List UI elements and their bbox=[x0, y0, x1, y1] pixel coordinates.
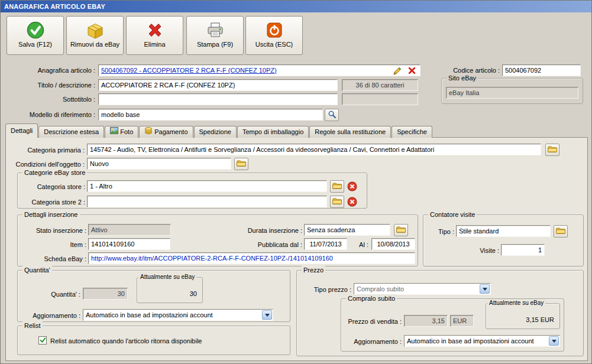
scheda-ebay-link[interactable]: http://www.ebay.it/itm/ACCOPPIATORE-2-RC… bbox=[91, 255, 333, 262]
chevron-down-icon[interactable] bbox=[549, 336, 559, 346]
delete-button-label: Elimina bbox=[127, 41, 183, 48]
folder-icon bbox=[548, 145, 557, 154]
tipo-prezzo-select[interactable]: Compralo subito bbox=[354, 283, 491, 295]
sottotitolo-field[interactable] bbox=[98, 93, 338, 105]
categoria-store-browse-button[interactable] bbox=[330, 180, 344, 193]
categoria-store-delete-icon[interactable] bbox=[347, 181, 357, 191]
modello-field[interactable]: modello base bbox=[98, 109, 323, 121]
folder-icon bbox=[332, 197, 342, 206]
tab-pagamento[interactable]: Pagamento bbox=[139, 126, 193, 138]
item-field[interactable]: 141014109160 bbox=[88, 238, 170, 250]
remove-from-ebay-button-label: Rimuovi da eBay bbox=[67, 41, 123, 48]
durata-inserzione-label: Durata inserzione : bbox=[237, 225, 302, 236]
categoria-store2-field[interactable] bbox=[87, 196, 327, 207]
app-window: ANAGRAFICA ARTICOLO EBAY Salva (F12) Rim… bbox=[0, 0, 592, 364]
attualmente-ebay-value: 30 bbox=[145, 289, 197, 298]
tipo-contatore-label: Tipo : bbox=[428, 226, 454, 237]
aggiornamento-select[interactable]: Automatico in base ad impostazioni accou… bbox=[83, 309, 273, 321]
exit-button-label: Uscita (ESC) bbox=[246, 41, 302, 48]
dettagli-inserzione-group-title: Dettagli inserzione bbox=[22, 210, 80, 219]
print-button-label: Stampa (F9) bbox=[187, 41, 243, 48]
tab-specifiche[interactable]: Specifiche bbox=[392, 126, 432, 138]
folder-icon bbox=[237, 160, 246, 168]
prezzo-attuale-value: 3,15 EUR bbox=[491, 315, 554, 324]
tab-foto[interactable]: Foto bbox=[105, 126, 138, 138]
title-bar[interactable]: ANAGRAFICA ARTICOLO EBAY bbox=[1, 1, 591, 12]
remove-from-ebay-button[interactable]: Rimuovi da eBay bbox=[66, 16, 124, 55]
tab-specifiche-label: Specifiche bbox=[397, 126, 427, 138]
al-field[interactable]: 10/08/2013 bbox=[371, 238, 415, 250]
pubblicata-dal-field[interactable]: 11/07/2013 bbox=[304, 238, 347, 250]
al-label: Al : bbox=[351, 239, 368, 250]
tab-imballaggio-label: Tempo di imballaggio bbox=[242, 126, 303, 138]
tab-descrizione-estesa[interactable]: Descrizione estesa bbox=[38, 126, 104, 138]
delete-button[interactable]: Elimina bbox=[126, 16, 183, 55]
tab-restituzione-label: Regole sulla restituzione bbox=[315, 126, 386, 138]
exit-button[interactable]: Uscita (ESC) bbox=[245, 16, 303, 55]
green-check-icon bbox=[40, 337, 46, 344]
categoria-primaria-field[interactable]: 145742 - Audio, TV, Elettronica / Antifu… bbox=[87, 144, 541, 155]
scheda-ebay-label: Scheda eBay : bbox=[24, 254, 86, 264]
item-label: Item : bbox=[24, 239, 86, 250]
relist-checkbox[interactable] bbox=[38, 336, 47, 344]
aggiornamento-prezzo-selected-value: Automatico in base ad impostazioni accou… bbox=[407, 337, 534, 344]
tipo-prezzo-selected-value: Compralo subito bbox=[357, 285, 404, 292]
modello-label: Modello di riferimento : bbox=[12, 109, 95, 120]
package-icon bbox=[86, 21, 105, 40]
stato-inserzione-field: Attivo bbox=[88, 224, 171, 236]
durata-browse-button[interactable] bbox=[394, 224, 408, 236]
red-x-icon bbox=[145, 21, 164, 40]
sottotitolo-label: Sottotitolo : bbox=[12, 94, 95, 105]
tipo-contatore-browse-button[interactable] bbox=[554, 225, 568, 238]
codice-articolo-field[interactable]: 5004067092 bbox=[502, 64, 581, 76]
categoria-store2-delete-icon[interactable] bbox=[347, 196, 357, 207]
chevron-down-icon[interactable] bbox=[480, 284, 490, 294]
sito-ebay-field: eBay Italia bbox=[446, 87, 578, 99]
tab-tempo-imballaggio[interactable]: Tempo di imballaggio bbox=[237, 126, 309, 138]
prezzo-vendita-field: 3,15 bbox=[404, 315, 448, 327]
save-button[interactable]: Salva (F12) bbox=[7, 16, 64, 55]
aggiornamento-prezzo-select[interactable]: Automatico in base ad impostazioni accou… bbox=[404, 335, 560, 347]
save-check-icon bbox=[26, 21, 45, 40]
categoria-store-field[interactable]: 1 - Altro bbox=[87, 180, 327, 192]
attualmente-ebay-group-title: Attualmente su eBay bbox=[138, 273, 196, 281]
folder-icon bbox=[332, 182, 342, 191]
titolo-label: Titolo / descrizione : bbox=[12, 80, 95, 90]
sottotitolo-counter bbox=[342, 93, 418, 105]
chevron-down-icon[interactable] bbox=[262, 310, 272, 320]
print-button[interactable]: Stampa (F9) bbox=[186, 16, 244, 55]
durata-inserzione-field[interactable]: Senza scadenza bbox=[304, 224, 390, 236]
categoria-store2-browse-button[interactable] bbox=[330, 196, 344, 208]
pubblicata-dal-label: Pubblicata dal : bbox=[237, 239, 302, 250]
tab-dettagli[interactable]: Dettagli bbox=[5, 124, 38, 138]
compralo-subito-group-title: Compralo subito bbox=[346, 294, 397, 303]
condizioni-browse-button[interactable] bbox=[234, 158, 248, 170]
tab-pagamento-label: Pagamento bbox=[154, 126, 187, 138]
magnifier-icon bbox=[328, 110, 337, 120]
anagrafica-link[interactable]: 5004067092 - ACCOPPIATORE 2 RCA F-F (CON… bbox=[101, 67, 277, 74]
tab-dettagli-label: Dettagli bbox=[11, 125, 33, 136]
tipo-contatore-field[interactable]: Stile standard bbox=[456, 225, 551, 237]
edit-pencil-icon[interactable] bbox=[392, 66, 403, 76]
printer-icon bbox=[206, 21, 225, 40]
categoria-primaria-label: Categoria primaria : bbox=[17, 145, 85, 155]
condizioni-field[interactable]: Nuovo bbox=[87, 158, 231, 170]
tab-bar: Dettagli Descrizione estesa Foto Pagamen… bbox=[5, 124, 433, 138]
anagrafica-field[interactable]: 5004067092 - ACCOPPIATORE 2 RCA F-F (CON… bbox=[98, 64, 420, 76]
visite-field[interactable]: 1 bbox=[501, 244, 545, 256]
clear-anagrafica-icon[interactable] bbox=[407, 66, 416, 75]
contatore-visite-group-title: Contatore visite bbox=[428, 210, 477, 219]
prezzo-attuale-group-title: Attualmente su eBay bbox=[487, 299, 545, 307]
quantita-field: 30 bbox=[83, 288, 128, 300]
modello-search-button[interactable] bbox=[325, 109, 339, 121]
categoria-store-label: Categoria store : bbox=[24, 181, 85, 192]
titolo-field[interactable]: ACCOPPIATORE 2 RCA F-F (CONFEZ 10PZ) bbox=[98, 79, 338, 91]
tab-regole-restituzione[interactable]: Regole sulla restituzione bbox=[309, 126, 391, 138]
scheda-ebay-field[interactable]: http://www.ebay.it/itm/ACCOPPIATORE-2-RC… bbox=[88, 252, 415, 264]
tab-foto-label: Foto bbox=[120, 126, 133, 138]
categoria-browse-button[interactable] bbox=[545, 144, 559, 156]
relist-checkbox-label[interactable]: Relist automatico quando l'articolo rito… bbox=[50, 336, 275, 346]
quantita-group-title: Quantita' bbox=[22, 266, 52, 274]
tab-spedizione[interactable]: Spedizione bbox=[194, 126, 237, 138]
tab-descrizione-label: Descrizione estesa bbox=[44, 126, 99, 138]
